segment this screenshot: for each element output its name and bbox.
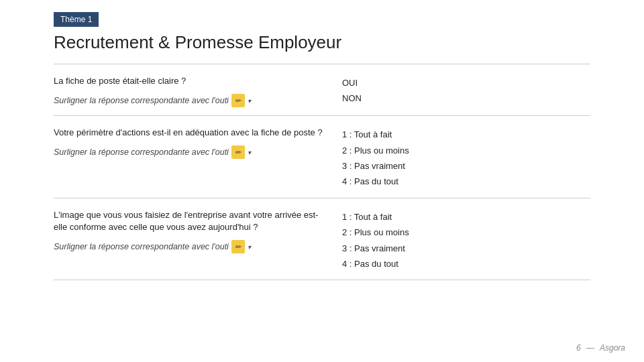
question-left-3: L'image que vous vous faisiez de l'entre… <box>54 209 342 272</box>
content-area: La fiche de poste était-elle claire ? Su… <box>54 64 590 280</box>
question-right-3: 1 : Tout à fait 2 : Plus ou moins 3 : Pa… <box>342 209 590 272</box>
brand-name: Asgora <box>600 343 625 353</box>
answer-1-1: OUI <box>342 75 590 90</box>
footer-separator: — <box>586 343 594 353</box>
answer-2-3: 3 : Pas vraiment <box>342 158 590 174</box>
question-text-3: L'image que vous vous faisiez de l'entre… <box>54 209 329 233</box>
instruction-text-2: Surligner la réponse correspondante avec… <box>54 147 229 157</box>
pen-icon-1: ✏ <box>231 94 245 107</box>
highlight-instruction-3: Surligner la réponse correspondante avec… <box>54 240 329 253</box>
question-left-2: Votre périmètre d'actions est-il en adéq… <box>54 127 342 190</box>
answer-2-1: 1 : Tout à fait <box>342 127 590 142</box>
question-text-2: Votre périmètre d'actions est-il en adéq… <box>54 127 329 139</box>
answer-3-2: 2 : Plus ou moins <box>342 225 590 240</box>
instruction-text-1: Surligner la réponse correspondante avec… <box>54 96 229 105</box>
theme-badge: Thème 1 <box>54 12 99 27</box>
dropdown-arrow-3: ▾ <box>248 243 251 251</box>
page-number: 6 <box>576 343 581 353</box>
question-left-1: La fiche de poste était-elle claire ? Su… <box>54 75 342 107</box>
pen-icon-2: ✏ <box>231 145 245 159</box>
highlight-instruction-1: Surligner la réponse correspondante avec… <box>54 94 329 107</box>
answer-3-4: 4 : Pas du tout <box>342 256 590 272</box>
page-title: Recrutement & Promesse Employeur <box>54 32 644 53</box>
answer-2-4: 4 : Pas du tout <box>342 174 590 189</box>
answer-3-1: 1 : Tout à fait <box>342 209 590 225</box>
pen-icon-3: ✏ <box>231 240 245 253</box>
highlight-tool-2[interactable]: ✏ ▾ <box>231 145 251 159</box>
question-right-1: OUI NON <box>342 75 590 107</box>
question-right-2: 1 : Tout à fait 2 : Plus ou moins 3 : Pa… <box>342 127 590 190</box>
highlight-tool-1[interactable]: ✏ ▾ <box>231 94 251 107</box>
answer-3-3: 3 : Pas vraiment <box>342 241 590 256</box>
highlight-tool-3[interactable]: ✏ ▾ <box>231 240 251 253</box>
instruction-text-3: Surligner la réponse correspondante avec… <box>54 242 229 251</box>
highlight-instruction-2: Surligner la réponse correspondante avec… <box>54 145 329 159</box>
question-row-3: L'image que vous vous faisiez de l'entre… <box>54 198 590 281</box>
answer-1-2: NON <box>342 90 590 106</box>
dropdown-arrow-2: ▾ <box>248 149 251 156</box>
answer-2-2: 2 : Plus ou moins <box>342 143 590 158</box>
question-row-1: La fiche de poste était-elle claire ? Su… <box>54 64 590 115</box>
footer: 6 — Asgora <box>576 343 625 353</box>
question-row-2: Votre périmètre d'actions est-il en adéq… <box>54 115 590 198</box>
question-text-1: La fiche de poste était-elle claire ? <box>54 75 329 87</box>
dropdown-arrow-1: ▾ <box>248 97 251 105</box>
